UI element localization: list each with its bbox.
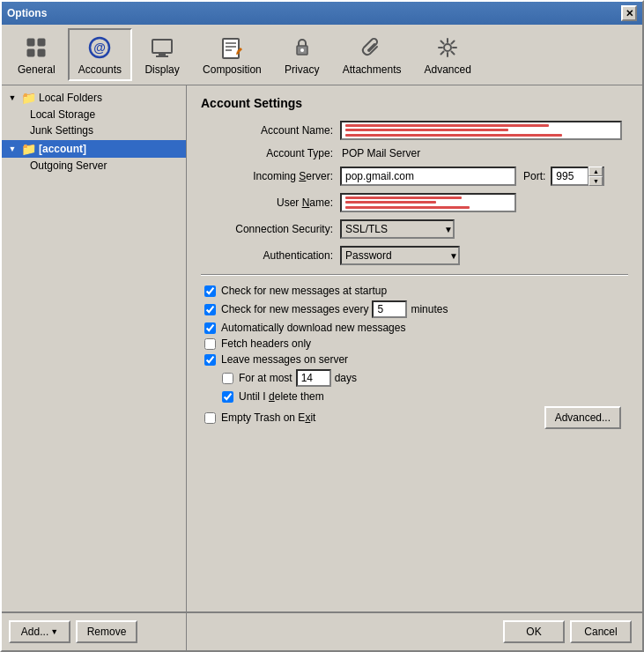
svg-rect-2 <box>27 49 34 56</box>
fetch-headers-row: Fetch headers only <box>201 337 628 350</box>
auto-download-checkbox[interactable] <box>204 322 216 334</box>
advanced-icon <box>433 33 462 62</box>
sidebar-item-local-storage[interactable]: Local Storage <box>26 107 186 122</box>
authentication-label: Authentication: <box>201 249 333 262</box>
user-name-label: User Name: <box>201 196 333 209</box>
user-name-input[interactable] <box>340 193 516 212</box>
account-name-input[interactable] <box>340 121 622 140</box>
port-spin-up[interactable]: ▲ <box>588 167 603 176</box>
connection-security-wrap: None STARTTLS SSL/TLS ▼ <box>340 219 455 239</box>
incoming-server-row: Incoming Server: Port: ▲ ▼ <box>201 167 628 186</box>
close-button[interactable]: ✕ <box>621 5 637 21</box>
until-delete-checkbox[interactable] <box>222 391 233 403</box>
sidebar-item-outgoing-server[interactable]: Outgoing Server <box>26 158 186 174</box>
account-type-row: Account Type: POP Mail Server <box>201 147 628 159</box>
local-folders-children: Local Storage Junk Settings <box>2 107 186 138</box>
sidebar-item-account[interactable]: ▼ 📁 [account] <box>2 140 186 158</box>
account-children: Outgoing Server <box>2 158 186 174</box>
leave-messages-checkbox[interactable] <box>204 354 216 366</box>
check-every-label-post: minutes <box>411 303 448 315</box>
divider <box>201 274 628 276</box>
footer-sidebar-area: Add... ▼ Remove <box>2 611 187 650</box>
auto-download-row: Automatically download new messages <box>201 322 628 334</box>
check-every-checkbox[interactable] <box>204 304 216 315</box>
svg-rect-9 <box>223 39 239 58</box>
bottom-area: Add... ▼ Remove OK Cancel <box>2 611 642 650</box>
incoming-server-input[interactable] <box>340 167 516 186</box>
tab-advanced[interactable]: Advanced <box>413 28 481 81</box>
port-spin-down[interactable]: ▼ <box>588 176 603 186</box>
svg-rect-3 <box>38 49 45 56</box>
cancel-button[interactable]: Cancel <box>570 620 632 643</box>
connection-security-label: Connection Security: <box>201 223 333 235</box>
svg-text:@: @ <box>94 41 107 55</box>
empty-trash-row: Empty Trash on Exit Advanced... <box>201 406 628 429</box>
for-at-most-checkbox[interactable] <box>222 373 233 384</box>
days-label: days <box>335 372 357 384</box>
auto-download-label: Automatically download new messages <box>221 322 405 334</box>
footer-main-area: OK Cancel <box>187 611 642 650</box>
svg-rect-7 <box>159 53 166 56</box>
account-icon: 📁 <box>21 142 36 156</box>
add-dropdown-icon: ▼ <box>50 627 58 636</box>
remove-button[interactable]: Remove <box>76 620 137 643</box>
tab-accounts[interactable]: @ Accounts <box>68 28 132 81</box>
toggle-account[interactable]: ▼ <box>5 142 19 156</box>
privacy-label: Privacy <box>285 63 319 76</box>
svg-rect-6 <box>152 40 172 53</box>
empty-trash-label: Empty Trash on Exit <box>221 411 315 424</box>
check-every-row: Check for new messages every minutes <box>201 300 628 318</box>
tab-general[interactable]: General <box>7 28 66 81</box>
connection-security-select[interactable]: None STARTTLS SSL/TLS <box>340 219 455 239</box>
advanced-label: Advanced <box>424 63 470 76</box>
sidebar-item-junk-settings[interactable]: Junk Settings <box>26 122 186 138</box>
for-at-most-row: For at most days <box>201 369 628 387</box>
empty-trash-checkbox[interactable] <box>204 412 216 424</box>
fetch-headers-checkbox[interactable] <box>204 338 216 350</box>
leave-messages-label: Leave messages on server <box>221 353 348 366</box>
for-at-most-input[interactable] <box>296 369 331 387</box>
attachments-label: Attachments <box>343 63 402 76</box>
svg-point-14 <box>300 48 304 52</box>
sidebar: ▼ 📁 Local Folders Local Storage Junk Set… <box>2 85 187 611</box>
junk-settings-label: Junk Settings <box>30 124 93 137</box>
tab-composition[interactable]: Composition <box>192 28 272 81</box>
check-startup-label: Check for new messages at startup <box>221 285 387 297</box>
account-name-row: Account Name: <box>201 121 628 140</box>
general-label: General <box>18 63 56 76</box>
tab-privacy[interactable]: Privacy <box>274 28 330 81</box>
display-label: Display <box>144 63 179 76</box>
port-spinner: ▲ ▼ <box>588 167 603 186</box>
authentication-select[interactable]: No Authentication Normal Password Passwo… <box>340 246 460 265</box>
composition-label: Composition <box>203 63 262 76</box>
privacy-icon <box>288 33 316 62</box>
content-area: ▼ 📁 Local Folders Local Storage Junk Set… <box>2 85 642 611</box>
connection-security-row: Connection Security: None STARTTLS SSL/T… <box>201 219 628 239</box>
local-folders-label: Local Folders <box>39 92 102 104</box>
check-startup-checkbox[interactable] <box>204 285 216 297</box>
sidebar-item-local-folders[interactable]: ▼ 📁 Local Folders <box>2 89 186 107</box>
options-window: Options ✕ General @ <box>0 0 644 652</box>
account-type-value: POP Mail Server <box>342 147 420 159</box>
svg-rect-1 <box>38 39 45 46</box>
port-input-wrap: ▲ ▼ <box>551 167 604 186</box>
advanced-button[interactable]: Advanced... <box>544 406 621 429</box>
authentication-wrap: No Authentication Normal Password Passwo… <box>340 246 460 265</box>
check-every-input[interactable] <box>372 300 407 318</box>
svg-point-15 <box>444 44 451 51</box>
ok-button[interactable]: OK <box>503 620 565 643</box>
tab-display[interactable]: Display <box>134 28 190 81</box>
toggle-local-folders[interactable]: ▼ <box>5 91 19 105</box>
add-button[interactable]: Add... ▼ <box>9 620 70 643</box>
attachments-icon <box>358 33 386 62</box>
tab-attachments[interactable]: Attachments <box>332 28 412 81</box>
svg-rect-0 <box>27 39 34 46</box>
incoming-server-label: Incoming Server: <box>201 170 333 182</box>
port-input[interactable] <box>552 168 588 184</box>
accounts-icon: @ <box>85 33 114 62</box>
port-row: Port: ▲ ▼ <box>523 167 604 186</box>
section-title: Account Settings <box>201 96 628 110</box>
window-title: Options <box>7 7 47 19</box>
local-storage-label: Local Storage <box>30 108 95 121</box>
leave-messages-row: Leave messages on server <box>201 353 628 366</box>
